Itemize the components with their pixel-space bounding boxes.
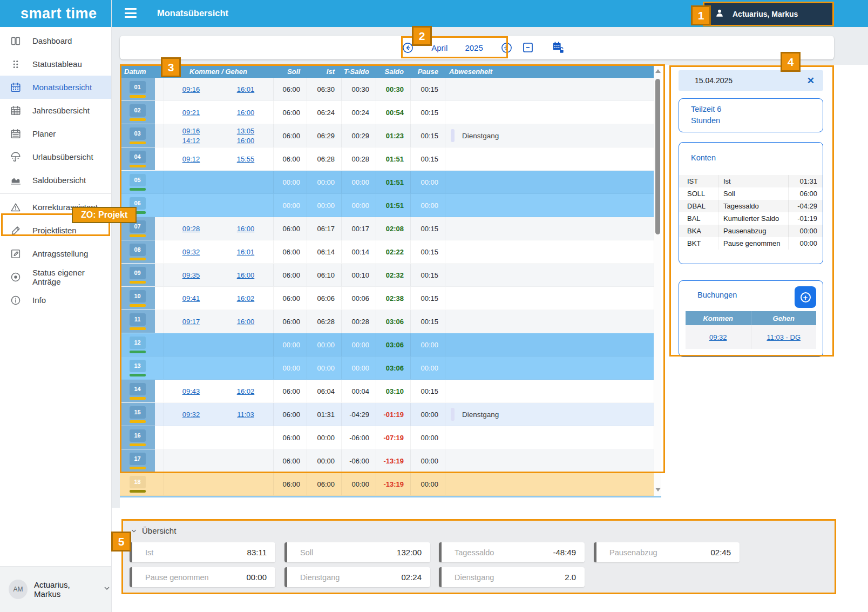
soll-value: 06:00 [273, 101, 307, 124]
previous-month-icon[interactable] [402, 42, 414, 54]
user-menu[interactable]: Actuarius, Markus [704, 2, 834, 26]
kommen-link[interactable]: 09:43 [182, 387, 200, 395]
buchungen-table-body: 09:3211:03 - DG [686, 325, 816, 349]
close-icon[interactable]: ✕ [807, 75, 815, 86]
sidebar-user[interactable]: AM Actuarius, Markus [0, 566, 111, 612]
kommen-link[interactable]: 09:16 [182, 127, 200, 135]
day-type-bar [130, 467, 146, 469]
sidebar-item-jahresuebersicht[interactable]: Jahresübersicht [0, 99, 111, 122]
table-scrollbar[interactable] [654, 65, 661, 496]
pause-value: 00:15 [410, 380, 445, 402]
gehen-link[interactable]: 16:00 [237, 318, 255, 326]
overview-card-value: 83:11 [247, 548, 267, 557]
kommen-cell: 09:12 [164, 147, 218, 170]
overview-card-value: 02:24 [401, 573, 422, 582]
sidebar-item-korrekturassistent[interactable]: Korrekturassistent [0, 196, 111, 219]
gehen-cell [218, 473, 273, 495]
brand-logo: smart time [0, 0, 111, 27]
gehen-link[interactable]: 16:00 [237, 137, 255, 145]
gehen-link[interactable]: 16:01 [237, 248, 255, 256]
ist-value: 06:24 [307, 101, 341, 124]
kommen-link[interactable]: 09:32 [182, 248, 200, 256]
kommen-link[interactable]: 09:12 [182, 155, 200, 163]
sidebar-item-status-antraege[interactable]: Status eigener Anträge [0, 265, 111, 288]
day-chip: 16 [130, 429, 146, 442]
buchung-gehen-link[interactable]: 11:03 - DG [767, 333, 801, 341]
buchung-kommen-link[interactable]: 09:32 [709, 333, 727, 341]
day-chip: 07 [130, 220, 146, 233]
gehen-link[interactable]: 16:02 [237, 387, 255, 395]
kommen-link[interactable]: 09:21 [182, 109, 200, 117]
sidebar-item-planer[interactable]: Planer [0, 122, 111, 145]
kommen-link[interactable]: 09:35 [182, 271, 200, 279]
gutter-cell [155, 403, 164, 426]
day-type-bar [130, 118, 146, 121]
calendar-year-icon [10, 105, 22, 117]
pause-value: 00:15 [410, 264, 445, 286]
gehen-link[interactable]: 16:01 [237, 85, 255, 93]
sidebar-item-urlaubsuebersicht[interactable]: Urlaubsübersicht [0, 145, 111, 169]
status-board-icon [10, 58, 22, 70]
sidebar-item-projektlisten[interactable]: Projektlisten [0, 219, 111, 242]
day-type-bar [130, 95, 146, 98]
day-cell: 04 [120, 147, 155, 170]
overview-toggle[interactable]: Übersicht [130, 526, 176, 535]
kommen-link[interactable]: 09:17 [182, 318, 200, 326]
tsaldo-value: 00:00 [341, 194, 376, 217]
saldo-value: -01:19 [376, 403, 410, 426]
tsaldo-value: 00:00 [341, 333, 376, 356]
konten-code: IST [679, 175, 718, 187]
gehen-link[interactable]: 13:05 [237, 127, 255, 135]
kommen-link[interactable]: 09:16 [182, 85, 200, 93]
day-type-bar [130, 351, 146, 353]
col-header-saldo: Saldo [376, 68, 410, 76]
gehen-link[interactable]: 11:03 [237, 411, 254, 419]
sidebar-item-info[interactable]: Info [0, 288, 111, 312]
col-header-soll: Soll [273, 68, 307, 76]
day-chip: 12 [130, 337, 146, 349]
gehen-link[interactable]: 16:00 [237, 109, 255, 117]
sidebar-nav: DashboardStatustableauMonatsübersichtJah… [0, 27, 111, 312]
gehen-link[interactable]: 16:02 [237, 294, 255, 302]
pause-value: 00:00 [410, 449, 445, 472]
sidebar-item-label: Planer [32, 129, 56, 138]
kommen-cell [164, 426, 218, 449]
kommen-link[interactable]: 09:28 [182, 225, 200, 233]
next-month-icon[interactable] [500, 42, 513, 54]
soll-value: 06:00 [273, 426, 307, 449]
scroll-up-icon[interactable] [655, 69, 661, 73]
sidebar-item-antragsstellung[interactable]: Antragsstellung [0, 242, 111, 265]
scrollbar-thumb[interactable] [655, 79, 660, 234]
add-booking-button[interactable]: + [795, 286, 816, 308]
overview-card: Tagessaldo-48:49 [439, 542, 585, 562]
gehen-link[interactable]: 15:55 [237, 155, 255, 163]
kommen-link[interactable]: 09:41 [182, 294, 200, 302]
day-type-bar [130, 258, 146, 260]
tsaldo-value: 00:04 [341, 380, 376, 402]
kommen-link[interactable]: 14:12 [182, 137, 200, 145]
col-header-tsaldo: T-Saldo [341, 68, 376, 76]
sidebar-item-label: Antragsstellung [32, 249, 88, 258]
day-type-bar [130, 420, 146, 423]
kommen-link[interactable]: 09:32 [182, 411, 200, 419]
kommen-cell: 09:32 [164, 403, 218, 426]
sidebar-item-saldouebersicht[interactable]: Saldoübersicht [0, 169, 111, 192]
sidebar-item-statustableau[interactable]: Statustableau [0, 52, 111, 76]
top-bar: Monatsübersicht Actuarius, Markus [112, 0, 868, 27]
sidebar-item-dashboard[interactable]: Dashboard [0, 29, 111, 52]
kommen-cell: 09:21 [164, 101, 218, 124]
sidebar-item-label: Urlaubsübersicht [32, 152, 93, 162]
calendar-lock-icon[interactable] [552, 41, 565, 54]
overview-card: Soll132:00 [284, 542, 430, 562]
sidebar-item-monatsuebersicht[interactable]: Monatsübersicht [0, 76, 111, 99]
gehen-link[interactable]: 16:00 [237, 271, 255, 279]
menu-icon[interactable] [125, 8, 137, 18]
pause-value: 00:15 [410, 147, 445, 170]
saldo-value: 03:06 [376, 310, 410, 333]
gehen-cell: 16:00 [218, 217, 273, 240]
scroll-down-icon[interactable] [655, 488, 661, 492]
collapse-rows-icon[interactable] [521, 41, 534, 54]
abwesenheit-cell [445, 194, 661, 217]
soll-value: 06:00 [273, 403, 307, 426]
gehen-link[interactable]: 16:00 [237, 225, 255, 233]
